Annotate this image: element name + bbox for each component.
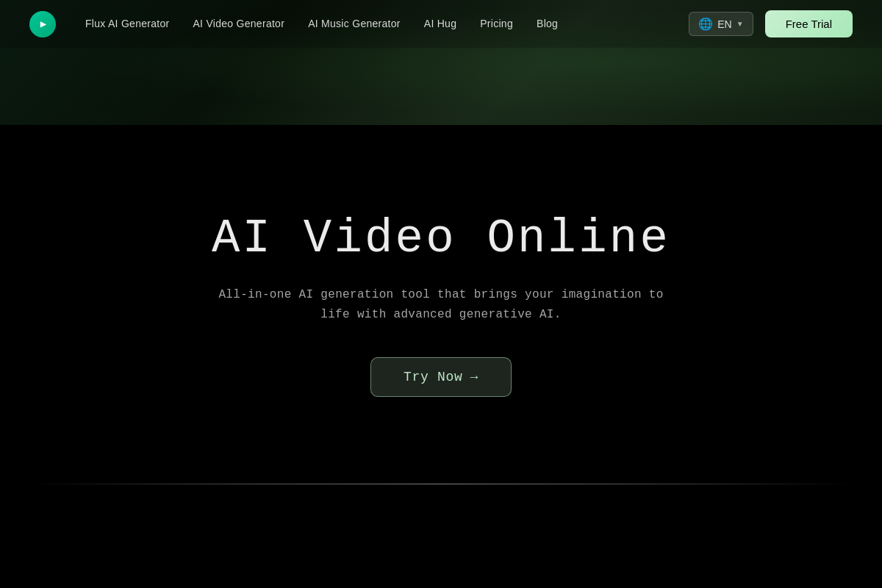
arrow-right-icon: → bbox=[470, 370, 479, 384]
nav-item-flux[interactable]: Flux AI Generator bbox=[85, 18, 169, 31]
nav-link-music[interactable]: AI Music Generator bbox=[308, 18, 401, 29]
nav-item-hug[interactable]: AI Hug bbox=[424, 18, 456, 31]
nav-item-music[interactable]: AI Music Generator bbox=[308, 18, 401, 31]
nav-item-pricing[interactable]: Pricing bbox=[480, 18, 513, 31]
main-content: AI Video Online All-in-one AI generation… bbox=[0, 125, 882, 485]
hero-subtitle: All-in-one AI generation tool that bring… bbox=[206, 285, 676, 325]
section-divider bbox=[29, 484, 853, 484]
chevron-down-icon: ▼ bbox=[736, 20, 744, 28]
logo-icon bbox=[29, 11, 56, 37]
try-now-label: Try Now bbox=[404, 370, 463, 384]
nav-link-pricing[interactable]: Pricing bbox=[480, 18, 513, 29]
bottom-area bbox=[0, 485, 882, 588]
nav-link-hug[interactable]: AI Hug bbox=[424, 18, 456, 29]
nav-item-video[interactable]: AI Video Generator bbox=[193, 18, 284, 31]
globe-icon: 🌐 bbox=[698, 17, 713, 31]
nav-right: 🌐 EN ▼ Free Trial bbox=[689, 10, 853, 37]
nav-item-blog[interactable]: Blog bbox=[537, 18, 558, 31]
nav-left: Flux AI Generator AI Video Generator AI … bbox=[29, 11, 558, 37]
try-now-button[interactable]: Try Now → bbox=[370, 357, 512, 397]
logo[interactable] bbox=[29, 11, 56, 37]
hero-title: AI Video Online bbox=[212, 213, 670, 265]
free-trial-button[interactable]: Free Trial bbox=[765, 10, 853, 37]
nav-link-video[interactable]: AI Video Generator bbox=[193, 18, 284, 29]
language-selector[interactable]: 🌐 EN ▼ bbox=[689, 12, 753, 36]
nav-link-flux[interactable]: Flux AI Generator bbox=[85, 18, 169, 29]
navbar: Flux AI Generator AI Video Generator AI … bbox=[0, 0, 882, 48]
nav-links: Flux AI Generator AI Video Generator AI … bbox=[85, 18, 558, 31]
nav-link-blog[interactable]: Blog bbox=[537, 18, 558, 29]
lang-code: EN bbox=[717, 18, 731, 30]
